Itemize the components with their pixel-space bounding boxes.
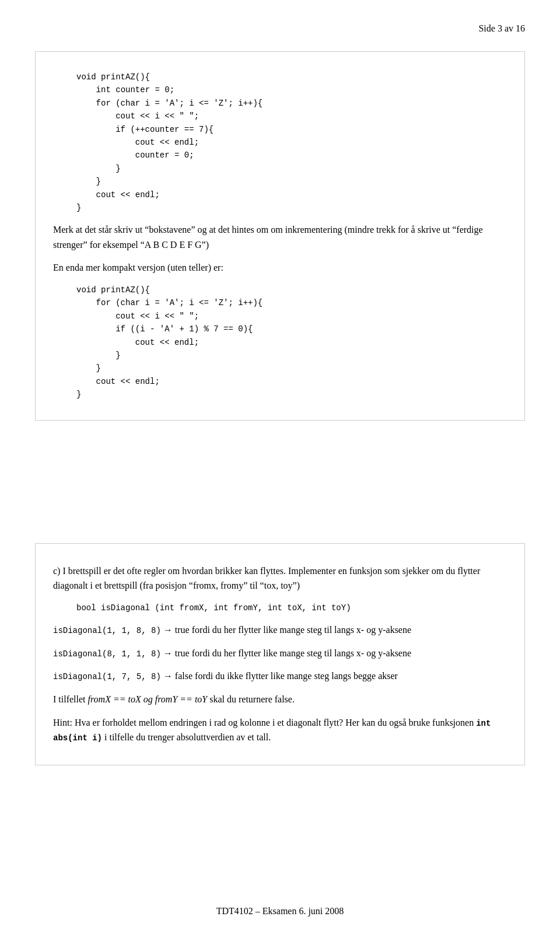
page-container: Side 3 av 16 void printAZ(){ int counter… <box>0 0 560 934</box>
example-3: isDiagonal(1, 7, 5, 8) → false fordi du … <box>53 669 507 684</box>
lower-section: c) I brettspill er det ofte regler om hv… <box>35 543 525 765</box>
example-2: isDiagonal(8, 1, 1, 8) → true fordi du h… <box>53 646 507 661</box>
spacer <box>35 438 525 543</box>
code-signature: bool isDiagonal (int fromX, int fromY, i… <box>76 601 507 614</box>
page-info: Side 3 av 16 <box>478 23 525 33</box>
upper-section: void printAZ(){ int counter = 0; for (ch… <box>35 51 525 421</box>
part-c-intro: c) I brettspill er det ofte regler om hv… <box>53 564 507 593</box>
page-footer: TDT4102 – Eksamen 6. juni 2008 <box>0 906 560 916</box>
page-header: Side 3 av 16 <box>35 23 525 34</box>
code-block-1: void printAZ(){ int counter = 0; for (ch… <box>76 71 507 214</box>
prose-text-2: En enda mer kompakt versjon (uten teller… <box>53 260 507 275</box>
example-1: isDiagonal(1, 1, 8, 8) → true fordi du h… <box>53 622 507 638</box>
prose-text-1: Merk at det står skriv ut “bokstavene” o… <box>53 222 507 252</box>
hint-text: Hint: Hva er forholdet mellom endringen … <box>53 715 507 745</box>
tilfellet-sentence: I tilfellet fromX == toX og fromY == toY… <box>53 692 507 707</box>
footer-text: TDT4102 – Eksamen 6. juni 2008 <box>216 906 344 916</box>
code-block-2: void printAZ(){ for (char i = 'A'; i <= … <box>76 284 507 401</box>
